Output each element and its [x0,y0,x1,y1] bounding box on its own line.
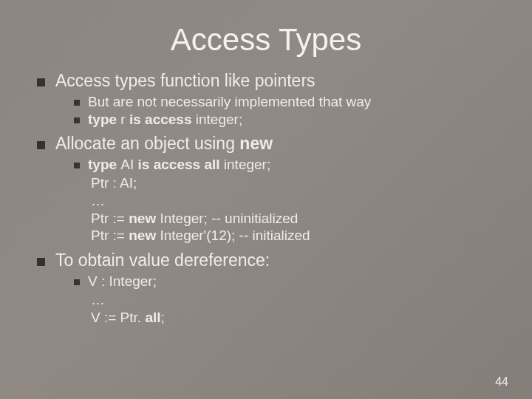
bullet-icon [74,163,80,168]
sub-bullet-not-implemented: But are not necessarily implemented that… [74,94,495,110]
bullet-text: Allocate an object using new [55,134,495,154]
sub-bullet-v-integer: V : Integer; [74,273,495,290]
code-text: Ptr := [91,211,129,226]
code-line: V := Ptr. all; [91,309,495,327]
bullet-icon [74,100,80,106]
code-text: Ptr := [91,228,129,243]
code-line: Ptr := new Integer'(12); -- initialized [91,227,495,245]
code-line: Ptr : AI; [91,174,495,192]
kw-all: all [145,310,160,325]
slide-title: Access Types [37,22,495,58]
ident-ai: AI [120,157,134,172]
kw-new: new [129,228,160,243]
code-text: Integer'(12); -- initialized [160,228,310,243]
code-block-deref: … V := Ptr. all; [91,291,495,327]
bullet-text: type r is access integer; [88,112,495,128]
ident-integer: integer; [224,157,270,172]
kw-type: type [88,157,120,172]
code-line: … [91,291,495,309]
kw-is-access-all: is access all [134,157,224,172]
code-line: Ptr := new Integer; -- uninitialized [91,210,495,228]
sub-bullet-type-ai: type AI is access all integer; [74,157,495,173]
bullet-icon [37,78,45,86]
bullet-icon [37,258,45,266]
code-text: V := Ptr. [91,310,145,325]
kw-is-access: is access [126,112,196,127]
bullet-text: But are not necessarily implemented that… [88,94,495,110]
bullet-text: Access types function like pointers [55,71,495,91]
code-block-allocate: Ptr : AI; … Ptr := new Integer; -- unini… [91,174,495,245]
bullet-text: type AI is access all integer; [88,157,495,173]
bullet-dereference: To obtain value dereference: [37,250,495,270]
page-number: 44 [495,375,508,389]
slide: Access Types Access types function like … [0,0,532,399]
code-text: ; [161,310,165,325]
bullet-icon [74,117,80,123]
text-allocate: Allocate an object using [55,134,239,153]
ident-integer: integer; [196,112,242,127]
kw-new: new [129,211,160,226]
kw-type: type [88,112,120,127]
sub-bullet-type-r: type r is access integer; [74,112,495,128]
bullet-access-types: Access types function like pointers [37,71,495,91]
code-line: … [91,192,495,210]
code-text: Integer; -- uninitialized [160,211,298,226]
bullet-icon [74,279,80,285]
kw-new: new [239,134,273,153]
bullet-allocate: Allocate an object using new [37,134,495,154]
bullet-text: To obtain value dereference: [55,250,495,270]
bullet-icon [37,141,45,149]
bullet-text: V : Integer; [88,273,495,290]
